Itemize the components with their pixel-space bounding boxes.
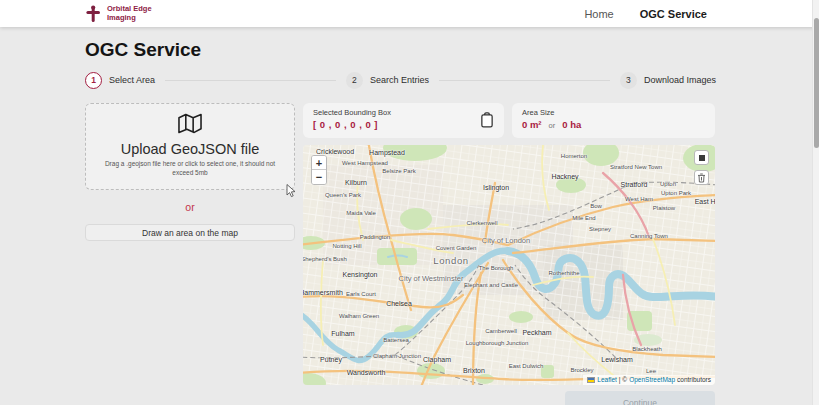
- area-or-label: or: [549, 121, 556, 130]
- step-2-circle: 2: [346, 72, 363, 89]
- logo[interactable]: Orbital Edge Imaging: [85, 5, 152, 23]
- zoom-in-button[interactable]: +: [312, 156, 326, 170]
- step-connector: [439, 80, 610, 81]
- bounding-box-value: [ 0 , 0 , 0 , 0 ]: [313, 119, 494, 130]
- step-3-label: Download Images: [644, 75, 716, 85]
- area-size-label: Area Size: [522, 108, 705, 117]
- upload-hint: Drag a .geojson file here or click to se…: [102, 160, 278, 178]
- clipboard-icon: [480, 112, 494, 128]
- scrollbar-thumb[interactable]: [814, 18, 819, 148]
- stepper: 1 Select Area 2 Search Entries 3 Downloa…: [85, 71, 716, 89]
- page-title: OGC Service: [85, 39, 201, 61]
- leaflet-link[interactable]: Leaflet: [597, 376, 617, 383]
- app-header: Orbital Edge Imaging Home OGC Service: [0, 0, 819, 27]
- area-selection-column: Upload GeoJSON file Drag a .geojson file…: [85, 103, 295, 241]
- delete-shape-button[interactable]: [694, 170, 709, 185]
- step-2-label: Search Entries: [370, 75, 429, 85]
- attribution-suffix: contributors: [677, 376, 711, 383]
- draw-area-button[interactable]: Draw an area on the map: [85, 224, 295, 241]
- nav-ogc-service[interactable]: OGC Service: [640, 8, 707, 20]
- step-search-entries[interactable]: 2 Search Entries: [346, 72, 429, 89]
- step-1-label: Select Area: [109, 75, 155, 85]
- area-size-values: 0 m² or 0 ha: [522, 119, 705, 130]
- zoom-out-button[interactable]: −: [312, 170, 326, 184]
- step-select-area[interactable]: 1 Select Area: [85, 72, 155, 89]
- map-draw-controls: [694, 150, 709, 185]
- map-zoom-control: + −: [311, 155, 327, 185]
- upload-title: Upload GeoJSON file: [86, 141, 294, 157]
- continue-button[interactable]: Continue: [565, 391, 715, 405]
- nav-home[interactable]: Home: [584, 8, 613, 20]
- step-download-images[interactable]: 3 Download Images: [620, 72, 716, 89]
- area-size-panel: Area Size 0 m² or 0 ha: [512, 103, 715, 138]
- or-divider: or: [85, 201, 295, 213]
- logo-line2: Imaging: [107, 14, 152, 22]
- map-icon: [177, 113, 203, 134]
- leaflet-flag-icon: [587, 377, 595, 383]
- geojson-dropzone[interactable]: Upload GeoJSON file Drag a .geojson file…: [85, 103, 295, 190]
- trash-icon: [697, 173, 706, 183]
- copy-bbox-button[interactable]: [479, 112, 494, 129]
- logo-text: Orbital Edge Imaging: [107, 5, 152, 22]
- satellite-logo-icon: [85, 5, 101, 23]
- bounding-box-label: Selected Bounding Box: [313, 108, 494, 117]
- area-m2-value: 0 m²: [522, 119, 542, 130]
- map-attribution: Leaflet | © OpenStreetMap contributors: [583, 375, 715, 385]
- main-nav: Home OGC Service: [584, 8, 707, 20]
- rectangle-icon: [699, 155, 705, 161]
- map-tiles: [303, 145, 715, 385]
- attribution-separator: | ©: [619, 376, 627, 383]
- step-connector: [165, 80, 336, 81]
- page-scrollbar[interactable]: [812, 0, 819, 405]
- area-ha-value: 0 ha: [562, 119, 581, 130]
- step-1-circle: 1: [85, 72, 102, 89]
- openstreetmap-link[interactable]: OpenStreetMap: [629, 376, 675, 383]
- bounding-box-panel: Selected Bounding Box [ 0 , 0 , 0 , 0 ]: [303, 103, 504, 138]
- step-3-circle: 3: [620, 72, 637, 89]
- leaflet-map[interactable]: CricklewoodHampsteadWest HampsteadBelsiz…: [303, 145, 715, 385]
- draw-rectangle-button[interactable]: [694, 150, 709, 165]
- info-panels: Selected Bounding Box [ 0 , 0 , 0 , 0 ] …: [303, 103, 715, 138]
